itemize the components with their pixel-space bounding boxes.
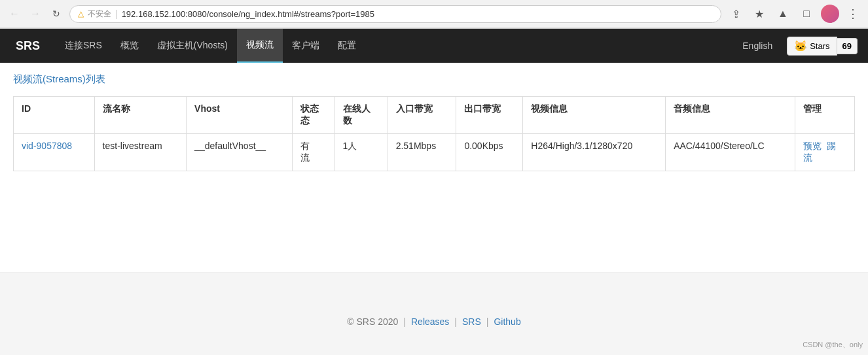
footer-sep-2: |: [454, 316, 457, 327]
cell-status: 有流: [293, 134, 335, 171]
nav-item-config[interactable]: 配置: [329, 29, 365, 63]
cell-video: H264/High/3.1/1280x720: [523, 134, 666, 171]
extensions-button[interactable]: ▲: [774, 5, 792, 23]
col-header-video: 视频信息: [523, 97, 666, 134]
table-header: ID 流名称 Vhost 状态态 在线人数 入口带宽 出口带宽 视频信息 音频信…: [14, 97, 855, 134]
col-header-name: 流名称: [94, 97, 187, 134]
cell-clients: 1人: [335, 134, 388, 171]
col-header-audio: 音频信息: [666, 97, 795, 134]
col-header-inbw: 入口带宽: [388, 97, 456, 134]
insecure-label: 不安全: [88, 8, 111, 20]
browser-toolbar: ← → ↻ △ 不安全 | 192.168.152.100:8080/conso…: [0, 0, 868, 28]
nav-item-vhosts[interactable]: 虚拟主机(Vhosts): [148, 29, 237, 63]
nav-lang[interactable]: English: [733, 29, 782, 63]
cell-manage: 预览 踢流: [795, 134, 855, 171]
col-header-id: ID: [14, 97, 95, 134]
browser-chrome: ← → ↻ △ 不安全 | 192.168.152.100:8080/conso…: [0, 0, 868, 29]
col-header-clients: 在线人数: [335, 97, 388, 134]
back-button[interactable]: ←: [7, 6, 22, 22]
url-path: /console/ng_index.html#/streams?port=198…: [207, 9, 374, 19]
nav-item-overview[interactable]: 概览: [111, 29, 148, 63]
streams-table: ID 流名称 Vhost 状态态 在线人数 入口带宽 出口带宽 视频信息 音频信…: [13, 96, 855, 171]
footer-links: © SRS 2020 | Releases | SRS | Github: [347, 316, 520, 327]
url-port: :8080: [185, 9, 207, 19]
col-header-vhost: Vhost: [187, 97, 293, 134]
github-stars-widget[interactable]: 🐱 Stars 69: [787, 37, 858, 56]
forward-button[interactable]: →: [27, 6, 43, 22]
lock-icon: △: [78, 9, 84, 18]
share-button[interactable]: ⇪: [727, 5, 745, 23]
nav-item-connect[interactable]: 连接SRS: [56, 29, 111, 63]
app: SRS 连接SRS 概览 虚拟主机(Vhosts) 视频流 客户端 配置 Eng…: [0, 29, 868, 355]
col-header-outbw: 出口带宽: [456, 97, 523, 134]
footer-sep-1: |: [403, 316, 406, 327]
page-title[interactable]: 视频流(Streams)列表: [13, 73, 855, 86]
url-host: 192.168.152.100: [122, 9, 186, 19]
github-button[interactable]: 🐱 Stars: [787, 37, 837, 56]
footer-link-github[interactable]: Github: [494, 316, 520, 327]
toolbar-actions: ⇪ ★ ▲ □ ⋮: [727, 4, 861, 24]
col-header-status: 状态态: [293, 97, 335, 134]
cell-vhost: __defaultVhost__: [187, 134, 293, 171]
stars-count: 69: [837, 38, 858, 54]
cell-name: test-livestream: [94, 134, 187, 171]
main-content: 视频流(Streams)列表 ID 流名称 Vhost 状态态 在线人数 入口带…: [0, 63, 868, 272]
footer-link-releases[interactable]: Releases: [411, 316, 449, 327]
stream-id-link[interactable]: vid-9057808: [22, 141, 72, 151]
navbar-brand: SRS: [10, 39, 45, 53]
cell-outbw: 0.00Kbps: [456, 134, 523, 171]
octocat-icon: 🐱: [794, 40, 807, 52]
nav-item-clients[interactable]: 客户端: [283, 29, 329, 63]
footer-sep-3: |: [486, 316, 489, 327]
url-text: 192.168.152.100:8080/console/ng_index.ht…: [122, 9, 713, 19]
watermark: CSDN @the、only: [803, 340, 863, 350]
nav-item-streams[interactable]: 视频流: [237, 29, 283, 63]
avatar[interactable]: [821, 5, 839, 23]
table-row: vid-9057808 test-livestream __defaultVho…: [14, 134, 855, 171]
footer-copyright: © SRS 2020: [347, 316, 398, 327]
stars-label: Stars: [810, 41, 829, 51]
bookmark-button[interactable]: ★: [750, 5, 769, 23]
fullscreen-button[interactable]: □: [797, 5, 816, 23]
reload-button[interactable]: ↻: [48, 6, 64, 22]
preview-link[interactable]: 预览: [803, 141, 822, 151]
cell-inbw: 2.51Mbps: [388, 134, 456, 171]
url-separator: |: [115, 8, 118, 19]
footer: © SRS 2020 | Releases | SRS | Github: [0, 272, 868, 355]
navbar: SRS 连接SRS 概览 虚拟主机(Vhosts) 视频流 客户端 配置 Eng…: [0, 29, 868, 63]
cell-audio: AAC/44100/Stereo/LC: [666, 134, 795, 171]
menu-button[interactable]: ⋮: [844, 4, 861, 24]
col-header-manage: 管理: [795, 97, 855, 134]
cell-id: vid-9057808: [14, 134, 95, 171]
address-bar[interactable]: △ 不安全 | 192.168.152.100:8080/console/ng_…: [69, 5, 721, 23]
table-body: vid-9057808 test-livestream __defaultVho…: [14, 134, 855, 171]
footer-link-srs[interactable]: SRS: [462, 316, 481, 327]
